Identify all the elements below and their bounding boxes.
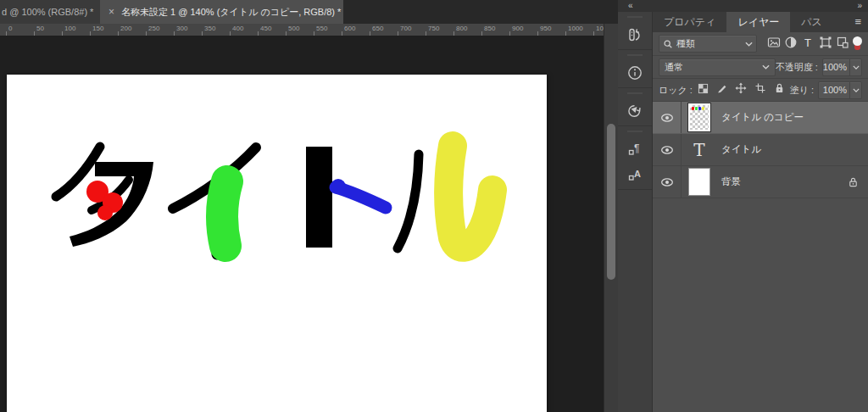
paint-stroke-blue [331, 179, 386, 208]
ruler[interactable]: 0501001502002503003504004505005506006507… [0, 24, 604, 36]
layer-row[interactable]: T タイトル [653, 134, 868, 166]
layer-locked-icon [848, 176, 859, 188]
smart-object-filter-icon[interactable] [836, 36, 849, 53]
layer-row[interactable]: T 背景 [653, 166, 868, 198]
canvas[interactable] [7, 75, 547, 412]
svg-text:A: A [634, 169, 641, 179]
document-tabbar: d @ 100% (RGB/8#) * × 名称未設定 1 @ 140% (タイ… [0, 0, 618, 24]
panel-icon-strip: ¶ A [618, 12, 653, 412]
paint-stroke-green [222, 181, 227, 246]
character-styles-panel-icon[interactable]: A [626, 165, 644, 184]
collapse-panels-icon[interactable]: « [628, 0, 633, 11]
chevron-down-icon [762, 64, 770, 70]
eye-icon [660, 146, 674, 154]
opacity-label: 不透明度 : [776, 61, 818, 74]
layer-filter-label: 種類 [676, 37, 742, 50]
lock-image-pixels-icon[interactable] [716, 82, 727, 97]
layers-panel: プロパティ レイヤー パス ≡ 種類 [653, 12, 868, 412]
document-tab-background-label: d @ 100% (RGB/8#) * [2, 7, 93, 17]
eye-icon [660, 178, 674, 187]
document-tab-active-label: 名称未設定 1 @ 140% (タイトル のコピー, RGB/8) * [121, 6, 341, 19]
type-layers-filter-icon[interactable]: T [801, 36, 815, 53]
glyph-ru [398, 154, 419, 248]
expand-panels-icon[interactable]: » [857, 0, 862, 11]
lock-position-icon[interactable] [735, 82, 747, 97]
pixel-layers-filter-icon[interactable] [767, 36, 781, 53]
actions-panel-icon[interactable] [626, 102, 644, 120]
svg-text:T: T [804, 36, 811, 48]
photoshop-window: d @ 100% (RGB/8#) * × 名称未設定 1 @ 140% (タイ… [0, 0, 868, 412]
tab-paths[interactable]: パス [790, 12, 833, 32]
layer-name: タイトル [721, 143, 761, 156]
layer-list: T タイトル のコピー T [653, 102, 868, 198]
lock-transparent-pixels-icon[interactable] [698, 82, 709, 97]
opacity-input[interactable]: 100% [822, 58, 862, 76]
panel-tabs: プロパティ レイヤー パス ≡ [653, 12, 868, 32]
layer-row[interactable]: T タイトル のコピー [653, 102, 868, 134]
history-panel-icon[interactable] [626, 25, 644, 44]
shape-layers-filter-icon[interactable] [819, 36, 832, 53]
vertical-scrollbar-thumb[interactable] [607, 124, 615, 280]
info-panel-icon[interactable] [626, 64, 644, 82]
layer-thumbnail-pixels[interactable] [688, 103, 710, 131]
close-tab-icon[interactable]: × [108, 6, 114, 18]
chevron-down-icon [745, 42, 753, 47]
opacity-value: 100% [823, 62, 849, 72]
svg-text:¶: ¶ [634, 142, 639, 154]
document-tab-active[interactable]: × 名称未設定 1 @ 140% (タイトル のコピー, RGB/8) * [100, 0, 343, 24]
layer-visibility-toggle[interactable] [653, 102, 682, 133]
panel-menu-icon[interactable]: ≡ [854, 12, 861, 32]
lock-all-icon[interactable] [774, 82, 785, 97]
chevron-down-icon[interactable] [849, 59, 861, 75]
vertical-scrollbar[interactable] [604, 24, 619, 412]
blend-mode-value: 通常 [665, 61, 762, 74]
filter-toggle-knob [853, 36, 862, 46]
pasteboard [0, 36, 604, 412]
layer-thumbnail-type[interactable]: T [693, 142, 704, 159]
tab-layers[interactable]: レイヤー [726, 12, 790, 32]
layer-visibility-toggle[interactable] [653, 166, 682, 198]
layer-visibility-toggle[interactable] [653, 134, 682, 165]
dock-header: « » [618, 0, 868, 12]
eye-icon [660, 114, 674, 122]
lock-label: ロック : [659, 84, 693, 97]
paint-stroke-yellow [448, 146, 492, 248]
paragraph-styles-panel-icon[interactable]: ¶ [626, 140, 644, 159]
lock-artboard-icon[interactable] [754, 82, 766, 97]
glyph-to [306, 147, 332, 248]
layer-name: タイトル のコピー [721, 111, 804, 124]
thumbnail-paint-marks [692, 107, 704, 110]
fill-input[interactable]: 100% [818, 81, 862, 99]
search-icon [663, 39, 673, 49]
layer-name: 背景 [721, 175, 741, 188]
blend-mode-select[interactable]: 通常 [659, 58, 776, 76]
layer-filter-row: 種類 T [653, 32, 868, 56]
document-tab-background[interactable]: d @ 100% (RGB/8#) * [0, 0, 102, 24]
lock-fill-row: ロック : [653, 79, 868, 102]
fill-value: 100% [819, 85, 849, 95]
adjustment-layers-filter-icon[interactable] [784, 36, 798, 53]
canvas-artwork [7, 75, 547, 412]
filter-toggle[interactable] [853, 36, 862, 51]
blend-opacity-row: 通常 不透明度 : 100% [653, 56, 868, 79]
layer-thumbnail-background[interactable] [688, 168, 710, 196]
chevron-down-icon[interactable] [849, 82, 861, 98]
tab-properties[interactable]: プロパティ [653, 12, 726, 32]
layer-filter-select[interactable]: 種類 [659, 35, 757, 53]
fill-label: 塗り : [790, 84, 814, 97]
